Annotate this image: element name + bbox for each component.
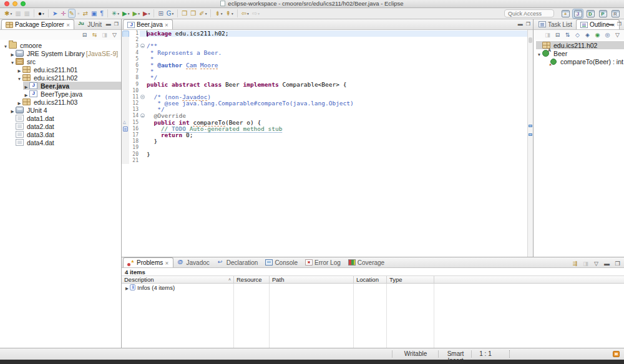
minimize-button[interactable]: ▬ [603, 259, 611, 268]
open-perspective-button[interactable]: + [560, 9, 571, 19]
code-line-7[interactable]: 7 * [122, 69, 527, 75]
dropdown-arrow-icon[interactable]: ▾ [172, 12, 174, 16]
maximize-icon[interactable] [114, 21, 119, 27]
plugin-button[interactable]: ✛ [59, 9, 67, 18]
debug-perspective-button[interactable]: D [585, 9, 596, 19]
show-block-button[interactable]: ▣ [90, 9, 98, 18]
tree-item-data1-dat[interactable]: data1.dat [0, 114, 121, 122]
twistie-icon[interactable] [9, 50, 16, 57]
column-divider[interactable] [233, 284, 234, 348]
tab-console[interactable]: Console [261, 257, 301, 267]
column-header-path[interactable]: Path [270, 276, 354, 283]
filter-button[interactable]: ⇶ [571, 259, 579, 268]
minimize-icon[interactable] [609, 21, 614, 27]
hide-local-types-button[interactable]: ◎ [603, 31, 612, 39]
tree-item-beertype-java[interactable]: BeerType.java [0, 90, 121, 98]
code-text[interactable]: } [147, 138, 527, 145]
twistie-icon[interactable] [9, 107, 16, 114]
fold-collapse-icon[interactable] [140, 113, 147, 119]
dropdown-arrow-icon[interactable]: ▾ [221, 12, 223, 16]
column-header-description[interactable]: Description˄ [122, 276, 234, 283]
tree-item-edu-ics211-h02[interactable]: edu.ics211.h02 [0, 74, 121, 82]
tree-item-beer-java[interactable]: Beer.java [0, 82, 121, 90]
hide-fields-button[interactable]: ◇ [573, 31, 582, 39]
fold-collapse-icon[interactable] [140, 94, 147, 100]
tree-item-src[interactable]: src [0, 57, 121, 65]
task-overview-marker[interactable] [529, 133, 532, 136]
dropdown-arrow-icon[interactable]: ▾ [205, 12, 207, 16]
tab-coverage[interactable]: Coverage [344, 257, 388, 267]
tree-item-edu-ics211-h01[interactable]: edu.ics211.h01 [0, 65, 121, 74]
sort-button[interactable]: ⇅ [563, 31, 572, 39]
override-indicator-icon[interactable] [123, 119, 126, 125]
show-whitespace-button[interactable]: ¶ [99, 9, 104, 18]
dropdown-arrow-icon[interactable]: ▾ [42, 12, 44, 16]
profile-button[interactable]: ▶▾ [142, 9, 151, 18]
notification-icon[interactable] [613, 351, 620, 357]
override-overview-marker[interactable] [529, 125, 532, 127]
column-header-type[interactable]: Type [387, 276, 434, 283]
code-line-20[interactable]: 20} [122, 151, 527, 158]
code-text[interactable]: return 0; [147, 132, 527, 138]
new-button[interactable]: ✱▾ [3, 9, 13, 18]
code-text[interactable]: * @see java.lang.Comparable#compareTo(ja… [147, 100, 527, 107]
twistie-icon[interactable] [536, 50, 542, 57]
code-text[interactable]: package edu.ics211.h02; [147, 31, 527, 37]
new-java-project-button[interactable]: ⊞ [157, 9, 164, 18]
tab-problems[interactable]: Problems [123, 257, 173, 267]
tree-item-data3-dat[interactable]: data3.dat [0, 130, 121, 138]
previous-annotation-button[interactable]: ⇞▾ [225, 9, 235, 18]
tree-item-compareto-beer-int[interactable]: compareTo(Beer) : int [534, 57, 624, 65]
collapse-all-button[interactable]: ⊟ [553, 31, 562, 39]
fold-collapse-icon[interactable] [140, 43, 147, 49]
pydev-perspective-button[interactable]: P [597, 9, 608, 19]
column-divider[interactable] [269, 284, 270, 348]
code-text[interactable]: * Represents a Beer. [147, 50, 527, 56]
coverage-button[interactable]: ▶▾ [131, 9, 140, 18]
twistie-icon[interactable] [2, 42, 9, 49]
problems-row-infos-4-items[interactable]: Infos (4 items) [122, 284, 624, 291]
code-text[interactable]: */ [147, 107, 527, 113]
tab-beer-java[interactable]: Beer.java [123, 19, 173, 29]
code-line-2[interactable]: 2 [122, 37, 527, 43]
save-button[interactable]: ▦ [14, 9, 22, 18]
code-line-17[interactable]: 17 return 0; [122, 132, 527, 138]
close-icon[interactable] [165, 259, 168, 266]
next-annotation-button[interactable]: ⇟▾ [213, 9, 223, 18]
column-divider[interactable] [434, 284, 434, 348]
tree-item-jre-system-library[interactable]: JRE System Library [JavaSE-9] [0, 49, 121, 57]
tab-declaration[interactable]: Declaration [213, 257, 262, 267]
quick-access-input[interactable] [504, 9, 554, 17]
debug-button[interactable]: ✳▾ [110, 9, 120, 18]
code-line-12[interactable]: 12 * @see java.lang.Comparable#compareTo… [122, 100, 527, 107]
dropdown-arrow-icon[interactable]: ▾ [128, 12, 130, 16]
tab-javadoc[interactable]: Javadoc [173, 257, 213, 267]
twistie-icon[interactable] [16, 98, 22, 106]
code-text[interactable]: * @author Cam Moore [147, 62, 527, 69]
tree-item-beer[interactable]: Beer [534, 49, 624, 57]
twistie-icon[interactable] [23, 90, 29, 98]
hide-non-public-button[interactable]: ◉ [593, 31, 602, 39]
dropdown-arrow-icon[interactable]: ▾ [258, 12, 260, 16]
tree-item-junit-4[interactable]: JUnit 4 [0, 106, 121, 114]
dropdown-arrow-icon[interactable]: ▾ [138, 12, 140, 16]
generate-button[interactable]: G▾ [165, 9, 175, 18]
code-line-21[interactable]: 21 [122, 158, 527, 164]
link-with-editor-button[interactable]: ⇆ [90, 31, 99, 39]
highlighter-button[interactable]: ✎ [68, 9, 76, 18]
close-icon[interactable] [66, 21, 70, 28]
code-line-9[interactable]: 9public abstract class Beer implements C… [122, 82, 527, 88]
minimize-icon[interactable] [518, 21, 523, 27]
twistie-icon[interactable] [16, 74, 22, 82]
tree-item-edu-ics211-h02[interactable]: edu.ics211.h02 [534, 41, 624, 49]
twistie-icon[interactable] [16, 66, 22, 74]
open-type-button[interactable]: ❐ [180, 9, 188, 18]
collapse-all-button[interactable]: ⊟ [80, 31, 89, 39]
search-button[interactable]: ✐▾ [198, 9, 208, 18]
tab-error-log[interactable]: Error Log [301, 257, 344, 267]
code-text[interactable]: // TODO Auto-generated method stub [147, 126, 527, 132]
selection-tool-button[interactable]: ➤ [51, 9, 59, 18]
tree-item-edu-ics211-h03[interactable]: edu.ics211.h03 [0, 98, 121, 106]
link-with-editor-button[interactable]: ⇄ [82, 9, 89, 18]
minimize-icon[interactable] [106, 21, 111, 27]
